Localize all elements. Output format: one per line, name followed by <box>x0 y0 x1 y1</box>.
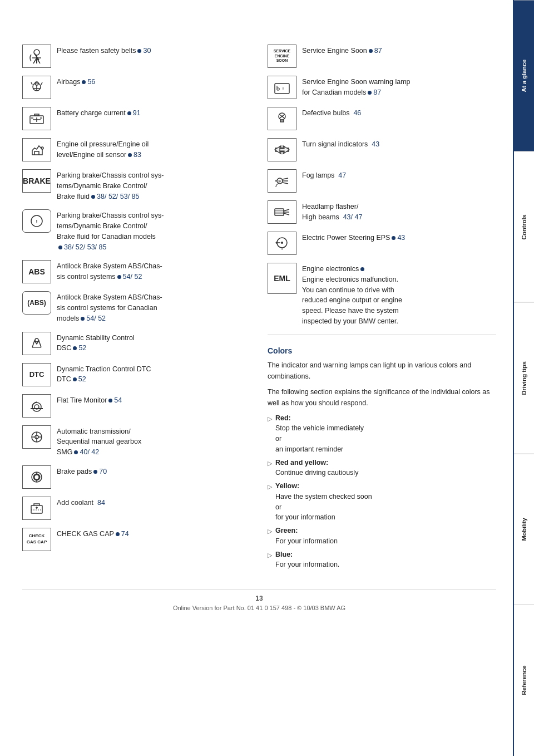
airbag-icon <box>22 76 51 99</box>
defective-bulbs-icon <box>268 107 296 130</box>
bullet-dot <box>392 236 395 240</box>
list-item: Battery charge current91 <box>22 107 251 130</box>
list-item: ! Electric Power Steering EPS43 <box>268 232 496 255</box>
bullet-dot <box>360 267 364 271</box>
bullet-dot <box>74 450 78 454</box>
list-item: Add coolant 84 <box>22 497 251 520</box>
list-item: (ABS) Antilock Brake System ABS/Chas-sis… <box>22 291 251 323</box>
color-red: ▷ Red:Stop the vehicle immediatelyoran i… <box>268 413 496 455</box>
arrow-icon: ▷ <box>268 527 272 536</box>
arrow-icon: ▷ <box>268 551 272 560</box>
sidebar-tab-driving-tips[interactable]: Driving tips <box>514 302 534 454</box>
colors-intro-1: The indicator and warning lamps can ligh… <box>268 360 496 382</box>
indicator-label: Airbags56 <box>57 76 95 87</box>
brake-pads-icon <box>22 465 51 489</box>
right-column: SERVICEENGINESOON Service Engine Soon87 … <box>268 45 496 573</box>
list-item: SERVICEENGINESOON Service Engine Soon87 <box>268 45 496 68</box>
dtc-icon: DTC <box>22 363 51 386</box>
sidebar-tab-at-a-glance[interactable]: At a glance <box>514 0 534 151</box>
indicator-label: Electric Power Steering EPS43 <box>302 232 405 243</box>
flat-tire-icon <box>22 394 51 418</box>
indicator-label: Turn signal indicators 43 <box>302 138 379 150</box>
indicator-label: Service Engine Soon87 <box>302 45 382 56</box>
list-item: Brake pads70 <box>22 465 251 489</box>
list-item: F Fog lamps 47 <box>268 169 496 193</box>
svg-line-55 <box>284 209 289 211</box>
list-item: ! Automatic transmission/Sequential manu… <box>22 425 251 458</box>
list-item: ! Parking brake/Chassis control sys-tems… <box>22 209 251 252</box>
svg-point-59 <box>281 242 283 244</box>
bullet-dot <box>108 399 112 402</box>
indicator-label: Fog lamps 47 <box>302 169 346 181</box>
footer-text: Online Version for Part No. 01 41 0 157 … <box>22 605 496 611</box>
colors-title: Colors <box>268 346 496 355</box>
bullet-dot <box>93 470 97 474</box>
sidebar-tab-controls[interactable]: Controls <box>514 151 534 303</box>
list-item: ABS Antilock Brake System ABS/Chas-sis c… <box>22 260 251 283</box>
sidebar-tab-reference[interactable]: Reference <box>514 605 534 756</box>
indicator-label: Parking brake/Chassis control sys-tems/D… <box>57 209 164 252</box>
brake-round-icon: ! <box>22 209 51 233</box>
arrow-icon: ▷ <box>268 459 272 468</box>
abs-icon: ABS <box>22 260 51 283</box>
engine-oil-icon <box>22 138 51 161</box>
svg-rect-9 <box>34 114 39 116</box>
bullet-dot <box>128 153 132 157</box>
color-red-yellow: ▷ Red and yellow:Continue driving cautio… <box>268 458 496 479</box>
left-column: Please fasten safety belts30 <box>22 45 251 573</box>
color-yellow: ▷ Yellow:Have the system checked soonorf… <box>268 481 496 523</box>
eml-icon: EML <box>268 263 296 294</box>
dsc-icon <box>22 332 51 355</box>
list-item: Flat Tire Monitor54 <box>22 394 251 418</box>
right-sidebar: At a glance Controls Driving tips Mobili… <box>513 0 534 756</box>
indicator-label: Please fasten safety belts30 <box>57 45 151 56</box>
list-item: ! Service Engine Soon warning lampfor Ca… <box>268 76 496 99</box>
list-item: Turn signal indicators 43 <box>268 138 496 161</box>
svg-line-57 <box>284 213 289 215</box>
turn-signal-icon <box>268 138 296 161</box>
indicator-label: Dynamic Traction Control DTCDTC52 <box>57 363 151 385</box>
bullet-dot <box>368 91 372 95</box>
content-columns: Please fasten safety belts30 <box>22 45 496 573</box>
bullet-dot <box>82 80 86 84</box>
indicator-label: Dynamic Stability ControlDSC52 <box>57 332 135 354</box>
indicator-label: Battery charge current91 <box>57 107 141 119</box>
abs-canada-icon: (ABS) <box>22 291 51 315</box>
indicator-label: Automatic transmission/Sequential manual… <box>57 425 141 458</box>
svg-line-48 <box>283 183 288 184</box>
section-divider <box>268 335 496 335</box>
check-gas-cap-icon: CHECKGAS CAP <box>22 528 51 551</box>
bullet-dot <box>91 195 95 199</box>
bullet-dot <box>127 111 131 115</box>
indicator-label: CHECK GAS CAP74 <box>57 528 129 539</box>
page-container: Please fasten safety belts30 <box>0 0 534 756</box>
list-item: Engine oil pressure/Engine oillevel/Engi… <box>22 138 251 161</box>
svg-text:!: ! <box>36 219 38 224</box>
bullet-dot <box>73 377 77 381</box>
seatbelt-icon <box>22 45 51 68</box>
bullet-dot <box>81 317 85 321</box>
list-item: Defective bulbs 46 <box>268 107 496 130</box>
indicator-label: Parking brake/Chassis control sys-tems/D… <box>57 169 164 202</box>
headlamp-icon <box>268 200 296 224</box>
indicator-label: Brake pads70 <box>57 465 107 477</box>
eps-icon: ! <box>268 232 296 255</box>
bullet-dot <box>369 49 373 53</box>
indicator-label: Antilock Brake System ABS/Chas-sis contr… <box>57 260 162 282</box>
list-item: Dynamic Stability ControlDSC52 <box>22 332 251 355</box>
arrow-icon: ▷ <box>268 414 272 424</box>
sidebar-tab-mobility[interactable]: Mobility <box>514 454 534 605</box>
indicator-label: Headlamp flasher/High beams 43/ 47 <box>302 200 362 223</box>
bullet-dot <box>137 49 141 53</box>
indicator-label: Add coolant 84 <box>57 497 105 508</box>
color-green: ▷ Green:For your information <box>268 526 496 547</box>
indicator-label: Service Engine Soon warning lampfor Cana… <box>302 76 411 98</box>
svg-line-46 <box>283 178 288 179</box>
page-footer: 13 Online Version for Part No. 01 41 0 1… <box>22 590 496 611</box>
svg-text:F: F <box>278 179 281 184</box>
service-engine-soon-icon: SERVICEENGINESOON <box>268 45 296 68</box>
svg-text:!: ! <box>283 87 284 91</box>
svg-text:!: ! <box>281 246 283 251</box>
list-item: BRAKE Parking brake/Chassis control sys-… <box>22 169 251 202</box>
svg-point-17 <box>35 338 38 342</box>
